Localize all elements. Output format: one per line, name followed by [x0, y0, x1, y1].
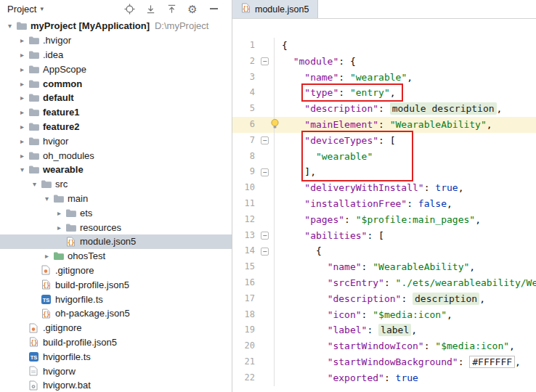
tree-item-build-profile[interactable]: {}build-profile.json5	[0, 335, 232, 350]
chevron-collapsed-icon[interactable]: ▸	[17, 137, 28, 145]
tree-item-dot-hvigor[interactable]: ▸.hvigor	[0, 33, 232, 48]
tree-item-hvigorfile[interactable]: TShvigorfile.ts	[0, 349, 232, 364]
chevron-collapsed-icon[interactable]: ▸	[17, 123, 28, 131]
tree-item-src[interactable]: ▾src	[0, 177, 232, 192]
line-number: 17	[232, 291, 261, 307]
settings-icon[interactable]: ⚙	[186, 2, 199, 15]
fold-start-icon[interactable]: −	[261, 136, 269, 144]
tab-module-json5[interactable]: {} module.json5	[232, 0, 318, 18]
code-text: "startWindowBackground": #FFFFFF,	[275, 354, 521, 370]
chevron-collapsed-icon[interactable]: ▸	[17, 80, 28, 88]
tree-item-main[interactable]: ▾main	[0, 192, 232, 206]
code-line-16[interactable]: 16 "srcEntry": "./ets/wearableability/We…	[232, 275, 536, 291]
chevron-collapsed-icon[interactable]: ▸	[17, 108, 28, 116]
code-line-12[interactable]: 12 "pages": "$profile:main_pages",	[232, 212, 536, 228]
code-line-7[interactable]: 7− "deviceTypes": [	[232, 133, 536, 149]
code-text: ],	[275, 164, 316, 180]
gutter: 5	[232, 101, 275, 117]
folder-icon	[65, 207, 76, 219]
tree-item-hvigorw[interactable]: hvigorw	[0, 364, 232, 378]
chevron-collapsed-icon[interactable]: ▸	[41, 252, 52, 260]
code-line-10[interactable]: 10 "deliveryWithInstall": true,	[232, 180, 536, 196]
code-line-21[interactable]: 21 "startWindowBackground": #FFFFFF,	[232, 354, 536, 370]
chevron-expanded-icon[interactable]: ▾	[41, 195, 52, 203]
expand-all-icon[interactable]	[144, 2, 157, 15]
tree-item-wearable-hvigorfile[interactable]: TShvigorfile.ts	[0, 292, 232, 306]
code-line-18[interactable]: 18 "icon": "$media:icon",	[232, 307, 536, 323]
intention-bulb-icon[interactable]	[270, 118, 280, 130]
tree-item-wearable[interactable]: ▾wearable	[0, 163, 232, 177]
chevron-collapsed-icon[interactable]: ▸	[17, 36, 28, 44]
token: : [	[378, 135, 395, 146]
chevron-collapsed-icon[interactable]: ▸	[54, 209, 65, 217]
folder-icon	[28, 35, 39, 46]
code-line-11[interactable]: 11 "installationFree": false,	[232, 196, 536, 212]
locate-icon[interactable]	[123, 2, 136, 15]
tree-item-resources[interactable]: ▸resources	[0, 220, 232, 234]
tree-item-oh-modules[interactable]: ▸oh_modules	[0, 148, 232, 163]
tree-item-oh-package[interactable]: {}oh-package.json5	[0, 306, 232, 321]
hide-icon[interactable]	[207, 2, 220, 15]
tree-item-root[interactable]: ▾myProject [MyApplication]D:\myProject	[0, 19, 232, 33]
code-line-3[interactable]: 3 "name": "wearable",	[232, 70, 536, 86]
tree-item-common[interactable]: ▸common	[0, 76, 232, 91]
code-line-15[interactable]: 15 "name": "WearableAbility",	[232, 259, 536, 275]
code-line-22[interactable]: 22 "exported": true	[232, 370, 536, 386]
code-line-4[interactable]: 4 "type": "entry",	[232, 85, 536, 101]
tree-item-gitignore[interactable]: .gitignore	[0, 321, 232, 335]
chevron-collapsed-icon[interactable]: ▸	[54, 224, 65, 232]
code-line-20[interactable]: 20 "startWindowIcon": "$media:icon",	[232, 338, 536, 354]
tree-item-ohostest[interactable]: ▸ohosTest	[0, 249, 232, 264]
fold-start-icon[interactable]: −	[261, 248, 269, 256]
fold-start-icon[interactable]: −	[261, 57, 269, 65]
fold-column	[261, 338, 274, 354]
token: "installationFree"	[304, 198, 407, 209]
code-line-2[interactable]: 2− "module": {	[232, 54, 536, 70]
token: ,	[447, 309, 452, 320]
chevron-expanded-icon[interactable]: ▾	[17, 166, 28, 173]
tree-item-default[interactable]: ▸default	[0, 91, 232, 105]
tree-item-ets[interactable]: ▸ets	[0, 205, 232, 220]
fold-start-icon[interactable]: −	[261, 232, 269, 240]
chevron-expanded-icon[interactable]: ▾	[29, 180, 40, 188]
tree-item-dot-idea[interactable]: ▸.idea	[0, 48, 232, 62]
tree-item-label: oh_modules	[43, 150, 94, 161]
chevron-collapsed-icon[interactable]: ▸	[17, 94, 28, 102]
gutter: 4	[232, 85, 275, 101]
token: ,	[509, 340, 515, 351]
code-line-14[interactable]: 14− {	[232, 243, 536, 259]
code-line-17[interactable]: 17 "description": description,	[232, 291, 536, 307]
tree-item-wearable-build-profile[interactable]: {}build-profile.json5	[0, 277, 232, 292]
fold-end-icon[interactable]: −	[261, 168, 269, 176]
token: "abilities"	[304, 230, 367, 241]
chevron-collapsed-icon[interactable]: ▸	[17, 65, 28, 73]
tree-item-hvigor[interactable]: ▸hvigor	[0, 134, 232, 148]
tree-item-feature2[interactable]: ▸feature2	[0, 120, 232, 134]
code-line-9[interactable]: 9− ],	[232, 164, 536, 180]
tree-item-label: ohosTest	[68, 250, 105, 261]
code-line-1[interactable]: 1{	[232, 38, 536, 54]
tree-item-appscope[interactable]: ▸AppScope	[0, 62, 232, 76]
code-line-8[interactable]: 8 "wearable"	[232, 149, 536, 165]
token: ,	[475, 214, 481, 225]
code-text: "abilities": [	[275, 228, 384, 244]
tree-item-feature1[interactable]: ▸feature1	[0, 105, 232, 120]
chevron-collapsed-icon[interactable]: ▸	[17, 152, 28, 160]
chevron-expanded-icon[interactable]: ▾	[4, 22, 15, 30]
tree-item-module-json5[interactable]: {}module.json5	[0, 234, 232, 249]
chevron-collapsed-icon[interactable]: ▸	[17, 51, 28, 59]
token: :	[362, 309, 373, 320]
tree-item-wearable-gitignore[interactable]: .gitignore	[0, 264, 232, 278]
tree-item-hvigorw-bat[interactable]: hvigorw.bat	[0, 378, 232, 392]
code-line-19[interactable]: 19 "label": label,	[232, 322, 536, 338]
collapse-all-icon[interactable]	[165, 2, 178, 15]
ide-window: Project ▾ ⚙ ▾myProject [MyApplication]D:…	[0, 0, 536, 392]
code-line-13[interactable]: 13− "abilities": [	[232, 228, 536, 244]
line-number: 21	[232, 354, 261, 370]
project-view-selector[interactable]: Project ▾	[7, 4, 44, 15]
folder-icon	[28, 78, 39, 89]
folder-icon	[28, 135, 39, 147]
token: :	[424, 182, 436, 193]
gutter: 7−	[232, 133, 275, 149]
code-line-5[interactable]: 5 "description": module description,	[232, 101, 536, 117]
